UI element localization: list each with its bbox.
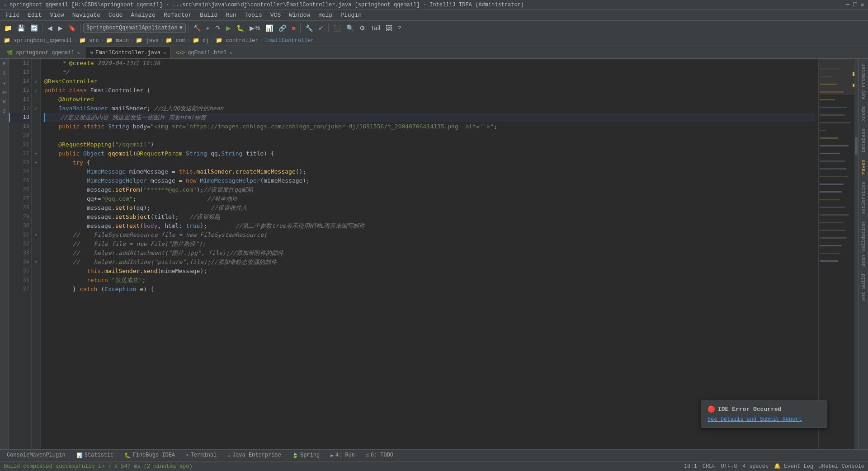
build-status: Build completed successfully in 7 s 547 … (4, 463, 684, 470)
help-toolbar-button[interactable]: ? (395, 23, 403, 33)
error-link[interactable]: See Details and Submit Report (708, 416, 802, 423)
structure2-sidebar-icon[interactable]: Z (2, 108, 6, 115)
code-line-25: MimeMessageHelper message = new MimeMess… (44, 176, 815, 185)
web-sidebar-icon[interactable]: W (2, 99, 6, 105)
minimize-button[interactable]: ─ (846, 1, 849, 9)
commit-button[interactable]: ✓ (316, 23, 326, 33)
event-log[interactable]: 🔔 Event Log (774, 463, 813, 470)
dropdown-arrow: ▼ (179, 25, 183, 31)
tab-spring[interactable]: 🍃 Spring (287, 451, 325, 460)
menu-bar: File Edit View Navigate Code Analyze Ref… (0, 10, 868, 21)
build-button[interactable]: 🔨 (191, 23, 203, 33)
run-coverage-button[interactable]: ▶% (247, 23, 262, 33)
maximize-button[interactable]: □ (853, 1, 857, 9)
right-tab-maven[interactable]: Maven (860, 156, 867, 178)
power-button[interactable]: 🖼 (383, 23, 394, 33)
attach-button[interactable]: 🔗 (276, 23, 288, 33)
menu-refactor[interactable]: Refactor (160, 11, 195, 19)
indent[interactable]: 4 spaces (743, 463, 769, 470)
menu-window[interactable]: Window (285, 11, 314, 19)
tab-terminal[interactable]: > Terminal (181, 451, 222, 460)
code-line-13: */ (44, 68, 815, 77)
sync-button[interactable]: 🔄 (28, 23, 40, 33)
scrollbar-thumb[interactable] (855, 137, 858, 155)
right-tab-database[interactable]: Database (860, 125, 867, 156)
jrebel-sidebar-icon[interactable]: JR (1, 89, 8, 96)
search-button[interactable]: 🔍 (344, 23, 356, 33)
menu-build[interactable]: Build (196, 11, 221, 19)
run-config-label: SpringbootQqemailApplication (86, 25, 178, 31)
tab-close-emailcontroller[interactable]: ✕ (163, 50, 166, 56)
menu-analyze[interactable]: Analyze (127, 11, 159, 19)
structure-sidebar-icon[interactable]: S (2, 70, 6, 77)
crumb-dj[interactable]: 📁 dj (193, 37, 209, 44)
menu-plugin[interactable]: Plugin (337, 11, 365, 19)
close-button[interactable]: ✕ (861, 1, 864, 9)
crumb-java[interactable]: 📁 java (136, 37, 159, 44)
line-numbers: 12 13 14 15 16 17 18 19 20 21 22 23 24 2… (9, 59, 32, 449)
crumb-controller[interactable]: 📁 controller (216, 37, 258, 44)
settings-button[interactable]: ⚙ (357, 23, 368, 33)
crumb-main[interactable]: 📁 main (106, 37, 129, 44)
forward-button[interactable]: ▶ (56, 23, 65, 33)
tab-todo[interactable]: ☑ 6: TODO (361, 451, 398, 460)
right-tab-key-promoter[interactable]: Key Promoter (860, 60, 867, 103)
tab-findbugs[interactable]: 🐛 FindBugs-IDEA (119, 451, 180, 460)
bottom-panel-tabs: ConsoleMavenPlugin 📊 Statistic 🐛 FindBug… (0, 449, 868, 461)
project-icon[interactable]: 📁 (2, 23, 14, 33)
javaenterprise-label: Java Enterprise (232, 452, 281, 458)
debug-button[interactable]: 🐛 (234, 23, 246, 33)
terminal-button[interactable]: ⬛ (331, 23, 343, 33)
bookmark-button[interactable]: 🔖 (66, 23, 78, 33)
run-button[interactable]: ▶ (224, 23, 233, 33)
step-over-button[interactable]: ↷ (213, 23, 223, 33)
code-line-16: @Autowired (44, 95, 815, 104)
tab-qqemail[interactable]: </> qqEmail.html ✕ (171, 47, 237, 58)
crumb-com[interactable]: 📁 com (165, 37, 185, 44)
code-area[interactable]: * @create 2020-04-13日 19:38 */ @RestCont… (41, 59, 818, 449)
project-sidebar-icon[interactable]: P (2, 61, 6, 67)
profile-button[interactable]: 📊 (263, 23, 275, 33)
menu-tools[interactable]: Tools (241, 11, 266, 19)
crumb-project[interactable]: 📁 springboot_qqemail (4, 37, 72, 44)
crumb-file[interactable]: EmailController (265, 38, 314, 44)
favorites-sidebar-icon[interactable]: ★ (2, 80, 6, 87)
menu-vcs[interactable]: VCS (267, 11, 284, 19)
menu-edit[interactable]: Edit (24, 11, 45, 19)
gradle-button[interactable]: 🔧 (303, 23, 315, 33)
todo-icon: ☑ (366, 452, 369, 458)
stop-button[interactable]: ■ (289, 23, 297, 33)
right-tab-xcode[interactable]: Xcode (860, 103, 867, 125)
add-config-button[interactable]: + (204, 23, 212, 33)
encoding[interactable]: UTF-8 (721, 463, 737, 470)
tab-emailcontroller[interactable]: m EmailController.java ✕ (85, 47, 171, 58)
menu-code[interactable]: Code (105, 11, 126, 19)
line-ending[interactable]: CRLF (703, 463, 716, 470)
crumb-src[interactable]: 📁 src (79, 37, 99, 44)
save-button[interactable]: 💾 (15, 23, 27, 33)
menu-navigate[interactable]: Navigate (69, 11, 104, 19)
right-tab-bean-validation[interactable]: Bean Validation (860, 218, 867, 270)
menu-run[interactable]: Run (222, 11, 240, 19)
tab-javaenterprise[interactable]: ☕ Java Enterprise (222, 451, 286, 460)
tab-springboot[interactable]: 🌿 springboot_qqemail ✕ (2, 47, 85, 58)
menu-view[interactable]: View (46, 11, 67, 19)
run-config-dropdown[interactable]: SpringbootQqemailApplication ▼ (83, 24, 186, 33)
right-tab-ant-build[interactable]: Ant Build (860, 270, 867, 304)
vertical-scrollbar[interactable] (854, 59, 858, 449)
tab-consolemavenplugin[interactable]: ConsoleMavenPlugin (2, 451, 71, 460)
run-icon: ▶ (330, 452, 334, 458)
tab-statistic[interactable]: 📊 Statistic (71, 451, 119, 460)
right-tab-retservices[interactable]: RetServices (860, 178, 867, 218)
menu-help[interactable]: Help (315, 11, 336, 19)
menu-file[interactable]: File (2, 11, 23, 19)
cursor-position[interactable]: 18:1 (684, 463, 697, 470)
back-button[interactable]: ◀ (45, 23, 55, 33)
code-line-23: try { (44, 158, 815, 167)
tail-button[interactable]: Tail (368, 23, 382, 33)
tab-close-qqemail[interactable]: ✕ (230, 50, 232, 56)
tab-run[interactable]: ▶ 4: Run (326, 451, 360, 460)
app-icon: ☕ (4, 1, 7, 8)
jrebel-console[interactable]: JRebel Console (819, 463, 864, 470)
tab-close-springboot[interactable]: ✕ (77, 50, 80, 56)
